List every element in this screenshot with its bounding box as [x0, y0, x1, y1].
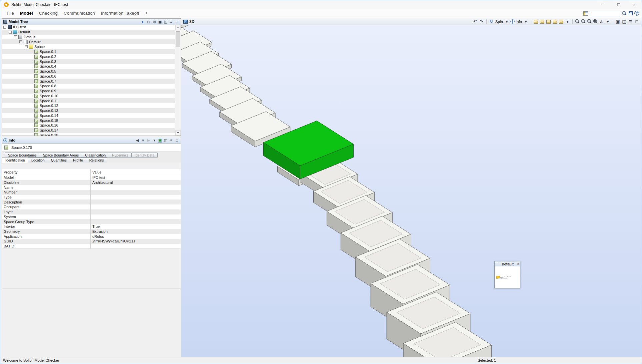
component-show-icon[interactable] — [534, 20, 538, 24]
collapse-handle-icon[interactable] — [19, 40, 22, 43]
find-icon[interactable] — [622, 11, 627, 16]
float-panel-icon[interactable]: ◫ — [163, 19, 168, 24]
expand-branch-icon[interactable]: ⊞ — [152, 19, 157, 24]
tree-node[interactable]: Space.0.1 — [2, 49, 175, 54]
panel-menu-icon[interactable]: ≡ — [169, 19, 174, 24]
forward-icon[interactable]: ▶ — [146, 138, 151, 143]
tab-location[interactable]: Location — [28, 158, 48, 163]
locate-in-tree-icon[interactable]: ▸ — [141, 19, 145, 24]
tab-space-boundaries[interactable]: Space Boundaries — [5, 153, 40, 158]
zoom-in-icon[interactable] — [575, 19, 580, 24]
scrollbar-thumb[interactable] — [176, 31, 180, 47]
collapse-branch-icon[interactable]: ⊟ — [146, 19, 151, 24]
menu-add-view[interactable]: + — [142, 11, 151, 16]
collapse-handle-icon[interactable] — [14, 35, 17, 38]
maximize-panel-icon[interactable]: □ — [175, 138, 179, 143]
back-icon[interactable]: ◀ — [135, 138, 140, 143]
measure-icon[interactable]: ∠ — [599, 19, 604, 24]
menu-checking[interactable]: Checking — [36, 11, 61, 16]
tree-node[interactable]: Space.0.4 — [2, 64, 175, 69]
tab-classification[interactable]: Classification — [82, 153, 109, 158]
tab-quantities[interactable]: Quantities — [48, 158, 70, 163]
3d-scene[interactable] — [181, 25, 642, 357]
tree-node[interactable]: Space.0.14 — [2, 113, 175, 118]
save-icon[interactable] — [629, 11, 633, 15]
back-history-icon[interactable]: ▾ — [141, 138, 145, 143]
quick-table-icon[interactable] — [583, 11, 588, 16]
spin-icon[interactable]: ↻ — [489, 19, 494, 24]
redo-icon[interactable]: ↷ — [479, 19, 484, 24]
tab-relations[interactable]: Relations — [86, 158, 107, 163]
tree-node[interactable]: Space.0.2 — [2, 54, 175, 59]
measure-caret[interactable]: ▾ — [605, 19, 611, 24]
spin-caret[interactable]: ▾ — [504, 19, 510, 24]
panel-menu-icon[interactable]: ≡ — [169, 138, 174, 143]
tab-profile[interactable]: Profile — [70, 158, 86, 163]
tree-node[interactable]: Space — [2, 44, 175, 49]
help-icon[interactable]: ? — [634, 11, 639, 16]
split-view-icon[interactable]: ◫ — [621, 19, 627, 24]
component-tools-icon[interactable] — [559, 20, 563, 24]
tree-node[interactable]: Space.0.11 — [2, 98, 175, 103]
undo-icon[interactable]: ↶ — [472, 19, 478, 24]
component-transparent-icon[interactable] — [546, 20, 551, 24]
3d-canvas[interactable]: Default × — [181, 25, 642, 357]
tree-node[interactable]: Space.0.17 — [2, 128, 175, 133]
tree-node[interactable]: Default — [2, 39, 175, 44]
tree-node[interactable]: Space.0.6 — [2, 74, 175, 79]
maximize-view-icon[interactable]: □ — [634, 19, 640, 24]
component-tools-caret[interactable]: ▾ — [565, 19, 570, 24]
search-input[interactable] — [590, 11, 620, 16]
zoom-window-icon[interactable] — [593, 19, 598, 24]
collapse-handle-icon[interactable] — [3, 26, 6, 29]
tree-node[interactable]: Default — [2, 30, 175, 35]
collapse-handle-icon[interactable] — [9, 31, 12, 34]
maximize-panel-icon[interactable]: □ — [175, 19, 179, 24]
tree-node[interactable]: Space.0.15 — [2, 118, 175, 123]
tree-node[interactable]: Space.0.13 — [2, 108, 175, 113]
tree-node[interactable]: Space.0.3 — [2, 59, 175, 64]
forward-history-icon[interactable]: ▾ — [152, 138, 157, 143]
tree-node[interactable]: Space.0.5 — [2, 69, 175, 74]
tree-node[interactable]: Space.0.10 — [2, 94, 175, 99]
info-mode-icon[interactable] — [510, 19, 515, 24]
tree-node[interactable]: Space.0.16 — [2, 123, 175, 128]
space-icon — [34, 89, 38, 93]
collapse-handle-icon[interactable] — [25, 45, 28, 48]
info-mode-label[interactable]: Info — [516, 20, 522, 24]
property-value — [91, 209, 181, 214]
float-panel-icon[interactable]: ◫ — [163, 138, 168, 143]
auto-update-icon[interactable]: ▣ — [158, 138, 162, 143]
tree-node[interactable]: Space.0.12 — [2, 103, 175, 108]
menu-model[interactable]: Model — [17, 11, 36, 16]
layers-icon[interactable]: ≣ — [628, 19, 633, 24]
info-mode-caret[interactable]: ▾ — [523, 19, 529, 24]
minimize-button[interactable]: – — [596, 0, 611, 9]
scroll-up-icon[interactable] — [175, 25, 181, 30]
new-3d-view-icon[interactable]: ▣ — [615, 19, 621, 24]
zoom-all-icon[interactable] — [581, 19, 586, 24]
tree-node-label: Space.0.5 — [40, 69, 58, 73]
zoom-out-icon[interactable] — [587, 19, 592, 24]
tab-identification[interactable]: Identification — [2, 157, 28, 163]
model-tree-scrollbar[interactable] — [175, 25, 181, 136]
component-hide-icon[interactable] — [540, 20, 544, 24]
close-button[interactable]: × — [626, 0, 642, 9]
selection-mode-icon[interactable]: ▣ — [158, 19, 162, 24]
menu-information-takeoff[interactable]: Information Takeoff — [98, 11, 142, 16]
tab-space-boundary-areas[interactable]: Space Boundary Areas — [40, 153, 82, 158]
section-box-icon[interactable] — [553, 20, 557, 24]
maximize-button[interactable]: □ — [611, 0, 626, 9]
menu-communication[interactable]: Communication — [61, 11, 98, 16]
menu-file[interactable]: File — [4, 11, 17, 16]
spin-label[interactable]: Spin — [495, 20, 503, 24]
tree-node[interactable]: Default — [2, 35, 175, 40]
scroll-down-icon[interactable] — [175, 130, 181, 136]
minimap-header[interactable]: Default × — [495, 261, 520, 267]
minimap-close-icon[interactable]: × — [517, 262, 519, 266]
tree-node[interactable]: Space.0.8 — [2, 84, 175, 89]
tree-node[interactable]: Space.0.18 — [2, 133, 175, 136]
tree-node[interactable]: Space.0.7 — [2, 79, 175, 84]
tree-node[interactable]: Space.0.9 — [2, 89, 175, 94]
tree-node[interactable]: IFC test — [2, 25, 175, 30]
